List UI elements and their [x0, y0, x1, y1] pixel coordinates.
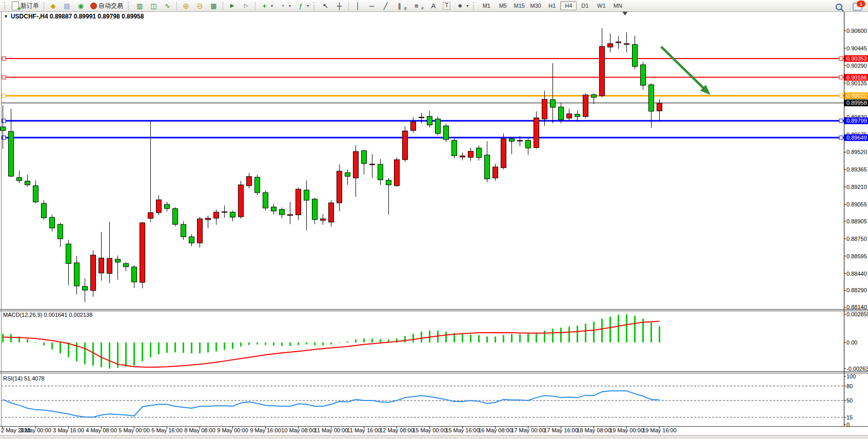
rsi-axis-label: 15 — [846, 414, 853, 421]
text-label-icon: T — [443, 2, 450, 10]
macd-histogram-bar — [2, 334, 4, 342]
macd-histogram-bar — [281, 342, 283, 346]
timeframe-h1[interactable]: H1 — [544, 1, 560, 10]
price-badge: 0.90353 — [844, 55, 868, 62]
macd-axis-label: 0.00 — [846, 339, 857, 346]
new-chart-button[interactable]: + ▾ — [258, 0, 275, 11]
candle — [550, 100, 556, 107]
timeframe-m1[interactable]: M1 — [478, 1, 495, 10]
arrows-shapes-button[interactable]: ◆ ▾ — [453, 0, 471, 11]
market-watch-icon: ◆ — [49, 2, 57, 10]
time-tick-label: 15 May 00:00 — [412, 427, 447, 433]
toolbar-grip[interactable] — [4, 2, 7, 10]
candlestick-chart-button[interactable]: ◫ — [147, 0, 161, 11]
macd-histogram-bar — [240, 342, 242, 347]
tile-windows-button[interactable]: ▦ — [207, 0, 221, 11]
candle — [493, 167, 498, 178]
candle — [58, 224, 63, 239]
line-handle[interactable] — [839, 75, 843, 79]
periods-button[interactable]: ◔ ▾ — [275, 0, 293, 11]
line-handle[interactable] — [839, 119, 843, 123]
horizontal-line-button[interactable]: ─ — [365, 0, 379, 11]
chart-shift-button[interactable]: ▷ — [239, 0, 253, 11]
line-handle[interactable] — [839, 136, 843, 140]
trendline-icon: ╱ — [381, 2, 390, 10]
crosshair-button[interactable]: ┼ — [332, 0, 346, 11]
chart-background — [0, 11, 868, 434]
navigator-button[interactable]: ▤ — [60, 0, 74, 11]
candle — [321, 219, 326, 220]
macd-histogram-bar — [568, 327, 570, 342]
vertical-line-button[interactable]: │ — [351, 0, 365, 11]
rsi-axis-label: 0 — [846, 422, 850, 428]
macd-histogram-bar — [659, 326, 660, 342]
fibonacci-icon: ≡ — [412, 2, 421, 10]
macd-histogram-bar — [265, 342, 266, 345]
macd-histogram-bar — [314, 342, 315, 346]
candle — [74, 263, 80, 286]
candle — [526, 140, 531, 148]
candle — [633, 45, 638, 67]
line-handle[interactable] — [2, 75, 6, 79]
time-tick-label: 12 May 08:00 — [380, 427, 414, 433]
candle — [50, 217, 55, 228]
zoom-out-button[interactable]: ⊖ — [193, 0, 207, 11]
line-chart-button[interactable]: ∿ — [161, 0, 174, 11]
text-tool-button[interactable]: A — [426, 0, 440, 11]
timeframe-w1[interactable]: W1 — [593, 1, 609, 10]
time-tick-label: 11 May 16:00 — [347, 427, 381, 433]
svg-text:0.89799: 0.89799 — [846, 118, 867, 124]
auto-scroll-icon: ▶ — [228, 2, 236, 10]
macd-histogram-bar — [577, 326, 578, 342]
line-chart-icon: ∿ — [163, 2, 172, 10]
market-watch-button[interactable]: ◆ — [46, 0, 60, 11]
price-badge: 0.90186 — [844, 74, 868, 81]
time-axis[interactable]: 2 May 20233 May 00:003 May 16:004 May 08… — [1, 427, 677, 433]
toolbar-grip[interactable] — [473, 2, 476, 10]
equidistant-channel-button[interactable]: ∥ E — [392, 0, 409, 11]
autotrading-button[interactable]: 自动交易 — [88, 0, 126, 11]
chart-canvas[interactable]: 0.906000.904450.902900.901350.899800.898… — [0, 0, 868, 439]
chat-bubble-icon: 1 — [853, 3, 862, 11]
new-order-button[interactable]: 新订单 — [9, 0, 42, 11]
macd-histogram-bar — [248, 342, 250, 345]
macd-histogram-bar — [478, 335, 480, 342]
chart-menu-triangle-icon[interactable]: ▼ — [4, 14, 8, 19]
macd-histogram-bar — [232, 342, 233, 349]
toolbar-grip[interactable] — [128, 2, 131, 10]
auto-scroll-button[interactable]: ▶ — [225, 0, 239, 11]
svg-text:0.89649: 0.89649 — [846, 135, 867, 141]
timeframe-m30[interactable]: M30 — [527, 1, 544, 10]
candle — [649, 85, 654, 111]
indicators-button[interactable]: ƒ ▾ — [293, 0, 311, 11]
candle — [477, 148, 482, 157]
zoom-in-button[interactable]: ⊕ — [179, 0, 193, 11]
terminal-button[interactable]: ◉ — [74, 0, 88, 11]
bar-chart-button[interactable]: ▥ — [133, 0, 147, 11]
trendline-button[interactable]: ╱ — [379, 0, 392, 11]
notifications-button[interactable]: 1 — [850, 1, 865, 12]
macd-histogram-bar — [470, 335, 471, 342]
fibonacci-button[interactable]: ≡ F — [409, 0, 426, 11]
cursor-button[interactable]: ↖ — [319, 0, 332, 11]
timeframe-d1[interactable]: D1 — [577, 1, 593, 10]
search-button[interactable] — [833, 1, 845, 12]
candle — [296, 189, 301, 215]
line-handle[interactable] — [2, 94, 6, 98]
text-label-button[interactable]: T — [440, 0, 453, 11]
line-handle[interactable] — [839, 57, 843, 61]
timeframe-h4[interactable]: H4 — [560, 1, 577, 10]
timeframe-m5[interactable]: M5 — [495, 1, 511, 10]
macd-histogram-bar — [43, 342, 45, 346]
timeframe-mn[interactable]: MN — [609, 1, 626, 10]
toolbar-grip[interactable] — [313, 2, 317, 10]
line-handle[interactable] — [839, 94, 843, 98]
macd-histogram-bar — [486, 336, 488, 342]
candle — [140, 223, 145, 282]
timeframe-m15[interactable]: M15 — [511, 1, 527, 10]
candle — [25, 181, 30, 185]
line-handle[interactable] — [2, 57, 6, 61]
chart-title-bar[interactable]: ▼ USDCHF-,H4 0.89887 0.89991 0.89798 0.8… — [4, 13, 144, 20]
time-tick-label: 11 May 00:00 — [314, 427, 348, 433]
macd-histogram-bar — [166, 342, 168, 353]
